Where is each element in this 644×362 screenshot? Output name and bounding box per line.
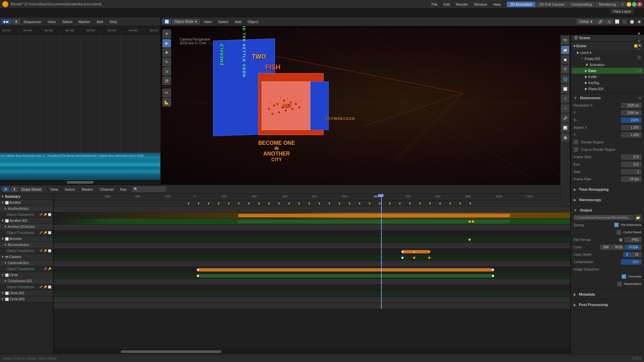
- crop-render-checkbox[interactable]: □: [574, 147, 578, 152]
- aspect-x-value[interactable]: 1.000: [621, 125, 641, 130]
- track-camera[interactable]: ▼ 📷 Camera: [0, 254, 53, 260]
- seq-add[interactable]: Add: [94, 19, 106, 24]
- transform-tool[interactable]: ⊞: [162, 76, 171, 85]
- a001t-key-icon[interactable]: 🔑: [44, 231, 47, 234]
- a001t-pin-icon[interactable]: 📌: [39, 231, 43, 234]
- shading-rendered[interactable]: ◉: [636, 18, 643, 25]
- minimize-button[interactable]: —: [627, 2, 631, 7]
- dope-search-input[interactable]: [132, 187, 166, 192]
- tab-2d-animation[interactable]: 2D Animation: [507, 2, 535, 7]
- seq-strip[interactable]: Strip: [107, 19, 120, 24]
- stereoscopy-header[interactable]: ▶ Stereoscopy: [574, 196, 641, 203]
- seq-mode-btn[interactable]: ⬇: [12, 19, 20, 24]
- cirt-key-icon[interactable]: 🔑: [44, 286, 47, 289]
- view-menu[interactable]: View: [201, 19, 214, 24]
- frame-end-value[interactable]: 615: [621, 162, 641, 167]
- track-another001-transforms[interactable]: Object Transforms 📌 🔑 ⬜: [0, 230, 53, 236]
- prop-scene-icon[interactable]: 🎬: [561, 65, 569, 73]
- track-camera-transforms[interactable]: Object Transforms 📌 🔑: [0, 266, 53, 272]
- track-circle003[interactable]: ▼ ⬜ Circle.003: [0, 296, 53, 302]
- add-menu[interactable]: Add: [232, 19, 244, 24]
- audio-track[interactable]: 02 Lobster Boy Absconds.mp3: // ..\Dropb…: [0, 153, 160, 180]
- track-circle-action001[interactable]: ▼ CircleAction.001: [0, 278, 53, 284]
- snap-btn[interactable]: 🔗: [596, 19, 605, 24]
- prop-output-icon[interactable]: 📁: [561, 46, 569, 54]
- dimensions-header[interactable]: ▼ Dimensions ⊞: [574, 94, 641, 102]
- frame-rate-value[interactable]: 24 fps: [621, 177, 641, 182]
- bt-key-icon[interactable]: 🔑: [44, 249, 47, 252]
- ct-pin-icon[interactable]: 📌: [44, 267, 47, 270]
- track-another[interactable]: ▼ ⬜ Another: [0, 200, 53, 206]
- render-region-checkbox[interactable]: □: [574, 140, 578, 144]
- prop-data-icon[interactable]: 📊: [561, 124, 569, 132]
- prop-physics-icon[interactable]: ⚛: [561, 104, 569, 112]
- close-button[interactable]: ✕: [637, 2, 642, 7]
- seq-marker[interactable]: Marker: [76, 19, 93, 24]
- corn-edit-icon[interactable]: ✏: [637, 69, 639, 72]
- outliner-item-empty001[interactable]: ⚬ Empty.001: [572, 56, 643, 62]
- obj-transform-vis-icon[interactable]: ⬜: [48, 213, 51, 216]
- object-menu[interactable]: Object: [245, 19, 261, 24]
- file-ext-checkbox[interactable]: ✓: [614, 223, 619, 227]
- rotate-tool[interactable]: ↻: [162, 58, 171, 66]
- seq-sequencer-label[interactable]: Sequencer: [21, 19, 44, 24]
- corn-vis-icon[interactable]: 👁: [639, 69, 642, 72]
- tab-add[interactable]: +: [620, 2, 626, 7]
- depth-16-btn[interactable]: 16: [632, 252, 641, 257]
- annotate-tool[interactable]: ✏: [162, 88, 171, 97]
- track-become[interactable]: ▼ ⬜ Become: [0, 236, 53, 242]
- object-mode-btn[interactable]: Object Mode ▼: [172, 19, 200, 24]
- res-x-value[interactable]: 1920 px: [621, 103, 641, 108]
- a001t-vis-icon[interactable]: ⬜: [48, 231, 51, 234]
- dope-type-btn[interactable]: ⊞: [2, 187, 9, 192]
- menu-edit[interactable]: Edit: [441, 2, 452, 7]
- scale-tool[interactable]: ⇲: [162, 67, 171, 76]
- output-path-field[interactable]: C:\Users\Bean\Documents\blender\lobsterb…: [574, 215, 633, 220]
- prop-world-icon[interactable]: 🌐: [561, 75, 569, 83]
- outliner-item-corn[interactable]: ▶ Corn ✏ 👁: [572, 68, 643, 74]
- track-become-action[interactable]: ▼ BecomeAction: [0, 242, 53, 248]
- output-folder-btn[interactable]: 📁: [635, 215, 641, 221]
- post-processing-header[interactable]: ▶ Post Processing: [574, 301, 641, 308]
- select-menu[interactable]: Select: [215, 19, 231, 24]
- obj-transform-key-icon[interactable]: 🔑: [44, 213, 47, 216]
- outliner-item-animation[interactable]: ⚡ Animation: [572, 62, 643, 68]
- cursor-tool[interactable]: ✛: [162, 29, 171, 38]
- bt-vis-icon[interactable]: ⬜: [48, 249, 51, 252]
- menu-file[interactable]: File: [429, 2, 440, 7]
- dope-channel[interactable]: Channel: [97, 187, 116, 192]
- res-y-value[interactable]: 1080 px: [621, 110, 641, 115]
- frame-btn[interactable]: ⊙: [635, 54, 643, 61]
- prop-particles-icon[interactable]: ✦: [561, 95, 569, 103]
- tab-2d-full-canvas[interactable]: 2D Full Canvas: [536, 2, 568, 7]
- compression-value[interactable]: 15%: [621, 259, 641, 264]
- dope-mode-btn[interactable]: ⬇: [11, 187, 18, 192]
- prop-render-icon[interactable]: 📷: [561, 36, 569, 44]
- file-format-value[interactable]: PNG: [625, 237, 641, 242]
- res-pct-value[interactable]: 100%: [621, 118, 641, 123]
- outliner-item-plane004[interactable]: ▶ Plane.004: [572, 86, 643, 92]
- color-bw-btn[interactable]: BW: [600, 245, 612, 250]
- track-another001[interactable]: ▼ ⬜ Another.001: [0, 218, 53, 224]
- zoom-out-btn[interactable]: −: [635, 46, 643, 53]
- frame-start-value[interactable]: 574: [621, 155, 641, 160]
- ct-key-icon[interactable]: 🔑: [48, 267, 51, 270]
- frame-step-value[interactable]: 1: [621, 169, 641, 174]
- track-circle001[interactable]: ▼ ⬜ Circle.001: [0, 290, 53, 296]
- depth-8-btn[interactable]: 8: [623, 252, 631, 257]
- seq-view[interactable]: View: [45, 19, 58, 24]
- tab-rendering[interactable]: Rendering: [596, 2, 620, 7]
- menu-render[interactable]: Render: [453, 2, 471, 7]
- obj-transform-pin-icon[interactable]: 📌: [39, 213, 43, 216]
- aspect-y-value[interactable]: 1.000: [621, 132, 641, 137]
- cirt-vis-icon[interactable]: ⬜: [48, 286, 51, 289]
- maximize-button[interactable]: □: [632, 2, 637, 7]
- measure-tool[interactable]: 📐: [162, 98, 171, 107]
- color-rgb-btn[interactable]: RGB: [612, 245, 626, 250]
- menu-window[interactable]: Window: [471, 2, 490, 7]
- zoom-in-btn[interactable]: +: [635, 38, 643, 45]
- track-circle-transforms[interactable]: Object Transforms 📌 🔑 ⬜: [0, 284, 53, 290]
- shading-wire[interactable]: ⬜: [614, 18, 621, 25]
- dope-marker[interactable]: Marker: [79, 187, 96, 192]
- time-remapping-header[interactable]: ▶ Time Remapping: [574, 186, 641, 193]
